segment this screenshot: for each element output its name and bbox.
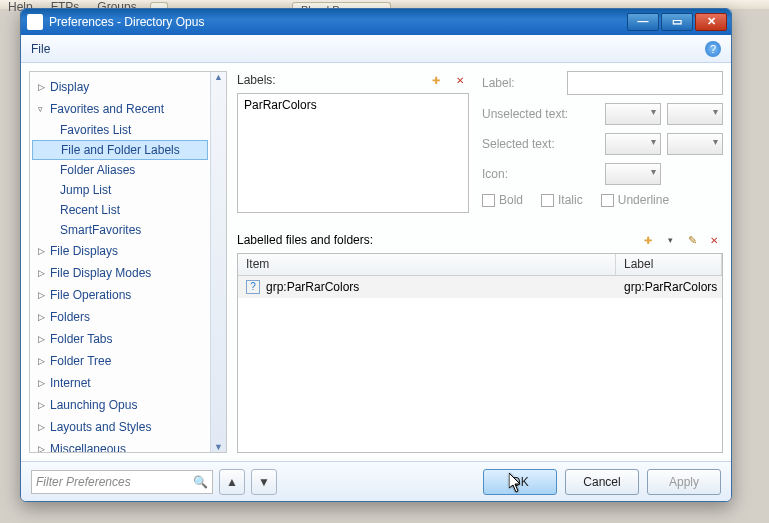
tree-folder-aliases[interactable]: Folder Aliases <box>30 160 210 180</box>
delete-label-icon[interactable] <box>451 71 469 89</box>
new-label-icon[interactable] <box>427 71 445 89</box>
tree-label: File Operations <box>50 288 131 302</box>
icon-combo[interactable] <box>605 163 661 185</box>
label-field-label: Label: <box>482 76 567 90</box>
tree-file-display-modes[interactable]: ▷File Display Modes <box>30 262 210 284</box>
labels-heading: Labels: <box>237 73 276 87</box>
icon-label: Icon: <box>482 167 582 181</box>
unselected-text-label: Unselected text: <box>482 107 582 121</box>
tree-label: File Displays <box>50 244 118 258</box>
filter-preferences-input[interactable]: Filter Preferences 🔍 <box>31 470 213 494</box>
unknown-type-icon: ? <box>246 280 260 294</box>
label-item-parrarcolors[interactable]: ParRarColors <box>240 96 466 114</box>
tree-jump-list[interactable]: Jump List <box>30 180 210 200</box>
nav-down-button[interactable]: ▼ <box>251 469 277 495</box>
label-name-input[interactable] <box>567 71 723 95</box>
tree-file-displays[interactable]: ▷File Displays <box>30 240 210 262</box>
window-title: Preferences - Directory Opus <box>49 15 625 29</box>
close-button[interactable]: ✕ <box>695 13 727 31</box>
column-label[interactable]: Label <box>616 254 722 275</box>
new-labelled-item-icon[interactable] <box>639 231 657 249</box>
tree-file-operations[interactable]: ▷File Operations <box>30 284 210 306</box>
cancel-button[interactable]: Cancel <box>565 469 639 495</box>
tree-label: File Display Modes <box>50 266 151 280</box>
new-labelled-item-dropdown-icon[interactable] <box>661 231 679 249</box>
grid-row[interactable]: ? grp:ParRarColors grp:ParRarColors <box>238 276 722 298</box>
grid-header: Item Label <box>238 254 722 276</box>
tree-label: Miscellaneous <box>50 442 126 452</box>
selected-fg-combo[interactable] <box>605 133 661 155</box>
selected-bg-combo[interactable] <box>667 133 723 155</box>
tree-label: Folders <box>50 310 90 324</box>
tree-label: Launching Opus <box>50 398 137 412</box>
bold-checkbox[interactable]: Bold <box>482 193 523 207</box>
tree-launching-opus[interactable]: ▷Launching Opus <box>30 394 210 416</box>
tree-label: Folder Tree <box>50 354 111 368</box>
unselected-bg-combo[interactable] <box>667 103 723 125</box>
edit-labelled-item-icon[interactable] <box>683 231 701 249</box>
nav-up-button[interactable]: ▲ <box>219 469 245 495</box>
labelled-files-grid: Item Label ? grp:ParRarColors grp:ParRar… <box>237 253 723 453</box>
tree-miscellaneous[interactable]: ▷Miscellaneous <box>30 438 210 452</box>
tree-display[interactable]: ▷Display <box>30 76 210 98</box>
menubar: File ? <box>21 35 731 63</box>
tree-label: Folder Tabs <box>50 332 112 346</box>
tree-label: Layouts and Styles <box>50 420 151 434</box>
preferences-tree: ▷Display ▿Favorites and Recent Favorites… <box>29 71 227 453</box>
labelled-files-heading: Labelled files and folders: <box>237 233 373 247</box>
tree-smartfavorites[interactable]: SmartFavorites <box>30 220 210 240</box>
preferences-window: ⌂ Preferences - Directory Opus — ▭ ✕ Fil… <box>20 8 732 502</box>
apply-button[interactable]: Apply <box>647 469 721 495</box>
maximize-button[interactable]: ▭ <box>661 13 693 31</box>
grid-item-text: grp:ParRarColors <box>266 280 359 294</box>
italic-label: Italic <box>558 193 583 207</box>
delete-labelled-item-icon[interactable] <box>705 231 723 249</box>
tree-folder-tabs[interactable]: ▷Folder Tabs <box>30 328 210 350</box>
tree-label: Internet <box>50 376 91 390</box>
unselected-fg-combo[interactable] <box>605 103 661 125</box>
selected-text-label: Selected text: <box>482 137 582 151</box>
bottom-bar: Filter Preferences 🔍 ▲ ▼ OK Cancel Apply <box>21 461 731 501</box>
ok-button[interactable]: OK <box>483 469 557 495</box>
tree-favorites-recent[interactable]: ▿Favorites and Recent <box>30 98 210 120</box>
minimize-button[interactable]: — <box>627 13 659 31</box>
underline-label: Underline <box>618 193 669 207</box>
tree-label: Display <box>50 80 89 94</box>
tree-folders[interactable]: ▷Folders <box>30 306 210 328</box>
grid-label-text: grp:ParRarColors <box>616 278 725 296</box>
tree-recent-list[interactable]: Recent List <box>30 200 210 220</box>
titlebar[interactable]: ⌂ Preferences - Directory Opus — ▭ ✕ <box>21 9 731 35</box>
tree-favorites-list[interactable]: Favorites List <box>30 120 210 140</box>
file-menu[interactable]: File <box>31 42 50 56</box>
tree-layouts-styles[interactable]: ▷Layouts and Styles <box>30 416 210 438</box>
italic-checkbox[interactable]: Italic <box>541 193 583 207</box>
bold-label: Bold <box>499 193 523 207</box>
tree-scrollbar[interactable] <box>210 72 226 452</box>
tree-internet[interactable]: ▷Internet <box>30 372 210 394</box>
tree-file-folder-labels[interactable]: File and Folder Labels <box>32 140 208 160</box>
column-item[interactable]: Item <box>238 254 616 275</box>
tree-label: Favorites and Recent <box>50 102 164 116</box>
underline-checkbox[interactable]: Underline <box>601 193 669 207</box>
tree-folder-tree[interactable]: ▷Folder Tree <box>30 350 210 372</box>
labels-listbox[interactable]: ParRarColors <box>237 93 469 213</box>
help-icon[interactable]: ? <box>705 41 721 57</box>
search-icon: 🔍 <box>193 475 208 489</box>
app-icon: ⌂ <box>27 14 43 30</box>
filter-placeholder: Filter Preferences <box>36 475 131 489</box>
